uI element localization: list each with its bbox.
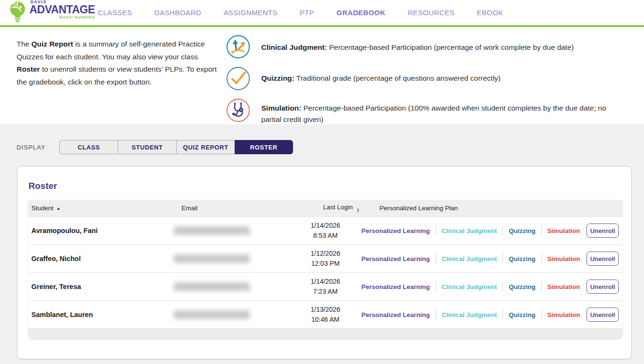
redacted-email (174, 226, 250, 235)
nav-dashboard[interactable]: DASHBOARD (154, 9, 201, 17)
roster-card: Roster Student▲ Email Last Login▲▼ Perso… (17, 166, 632, 359)
quizzing-link[interactable]: Quizzing (509, 283, 535, 290)
legend-clinical-judgment: Clinical Judgment: Percentage-based Part… (226, 35, 618, 59)
quizzing-link[interactable]: Quizzing (509, 227, 535, 234)
student-name: Greiner, Teresa (28, 283, 170, 290)
grade-type-legend: Clinical Judgment: Percentage-based Part… (226, 35, 618, 124)
last-login-time: 8:53 AM (289, 231, 361, 241)
last-login-time: 7:23 AM (289, 287, 361, 297)
simulation-link[interactable]: Simulation (548, 283, 580, 290)
table-row: Graffeo, Nichol 1/12/2026 12:03 PM Perso… (28, 244, 623, 272)
last-login-cell: 1/12/2026 12:03 PM (289, 249, 361, 269)
clinical-judgment-link[interactable]: Clinical Judgment (442, 283, 497, 290)
simulation-icon (226, 98, 250, 122)
plp-links-cell: Personalized Learning Clinical Judgment … (361, 253, 580, 264)
plp-links-cell: Personalized Learning Clinical Judgment … (361, 309, 580, 320)
redacted-email (174, 254, 250, 263)
divider (541, 309, 542, 320)
display-selector: DISPLAY CLASS STUDENT QUIZ REPORT ROSTER (17, 140, 644, 154)
last-login-time: 12:03 PM (289, 259, 361, 269)
redacted-email (174, 310, 250, 319)
student-email-cell (170, 226, 290, 235)
action-cell: Unenroll (580, 280, 619, 294)
logo-basic-nursing-text: BASIC NURSING (29, 16, 95, 19)
unenroll-button[interactable]: Unenroll (587, 280, 619, 294)
divider (436, 309, 436, 320)
davis-advantage-logo[interactable]: DAVIS ADVANTAGE BASIC NURSING (7, 0, 78, 26)
quizzing-link[interactable]: Quizzing (509, 311, 535, 318)
column-header-student[interactable]: Student▲ (28, 205, 178, 212)
clinical-judgment-link[interactable]: Clinical Judgment (442, 311, 497, 318)
divider (502, 281, 503, 292)
tab-quiz-report[interactable]: QUIZ REPORT (176, 140, 235, 154)
student-email-cell (170, 254, 290, 263)
column-header-email: Email (178, 205, 303, 212)
legend-clinical-judgment-text: Clinical Judgment: Percentage-based Part… (261, 42, 574, 53)
display-tab-group: CLASS STUDENT QUIZ REPORT ROSTER (59, 140, 293, 154)
last-login-date: 1/14/2026 (289, 221, 361, 231)
personalized-learning-link[interactable]: Personalized Learning (361, 283, 430, 290)
action-cell: Unenroll (580, 224, 619, 238)
nav-resources[interactable]: RESOURCES (407, 9, 455, 17)
column-header-plp: Personalized Learning Plan (379, 205, 578, 212)
divider (541, 281, 542, 292)
simulation-link[interactable]: Simulation (548, 255, 580, 262)
roster-table: Student▲ Email Last Login▲▼ Personalized… (28, 200, 623, 338)
clinical-judgment-icon (226, 35, 250, 59)
column-header-last-login[interactable]: Last Login▲▼ (303, 204, 379, 213)
last-login-date: 1/14/2026 (289, 277, 361, 287)
plp-links-cell: Personalized Learning Clinical Judgment … (361, 281, 580, 292)
roster-title: Roster (28, 181, 622, 191)
legend-simulation-text: Simulation: Percentage-based Participati… (261, 103, 618, 125)
lightbulb-puzzle-logo-icon (7, 0, 28, 26)
action-cell: Unenroll (580, 308, 619, 322)
last-login-cell: 1/14/2026 8:53 AM (289, 221, 361, 241)
logo-advantage-text: ADVANTAGE (29, 4, 95, 15)
clinical-judgment-link[interactable]: Clinical Judgment (442, 255, 497, 262)
nav-classes[interactable]: CLASSES (98, 9, 132, 17)
tab-roster[interactable]: ROSTER (235, 140, 293, 154)
table-row: Greiner, Teresa 1/14/2026 7:23 AM Person… (28, 272, 623, 300)
student-name: Samblanet, Lauren (28, 311, 170, 318)
personalized-learning-link[interactable]: Personalized Learning (361, 255, 430, 262)
student-name: Graffeo, Nichol (28, 255, 170, 262)
legend-simulation: Simulation: Percentage-based Participati… (226, 98, 618, 125)
personalized-learning-link[interactable]: Personalized Learning (361, 311, 430, 318)
student-email-cell (170, 310, 290, 319)
table-row: Samblanet, Lauren 1/13/2026 10:46 AM Per… (28, 300, 623, 328)
tab-class[interactable]: CLASS (59, 140, 118, 154)
divider (502, 253, 503, 264)
tab-student[interactable]: STUDENT (118, 140, 176, 154)
quizzing-link[interactable]: Quizzing (509, 255, 535, 262)
table-row: Avramopoulou, Fani 1/14/2026 8:53 AM Per… (28, 216, 623, 244)
last-login-date: 1/13/2026 (289, 305, 361, 315)
legend-quizzing: Quizzing: Traditional grade (percentage … (226, 66, 618, 91)
nav-gradebook[interactable]: GRADEBOOK (337, 9, 386, 17)
student-name: Avramopoulou, Fani (28, 227, 170, 234)
quizzing-icon (226, 66, 250, 91)
divider (436, 253, 436, 264)
last-login-date: 1/12/2026 (289, 249, 361, 259)
clinical-judgment-link[interactable]: Clinical Judgment (442, 227, 497, 234)
nav-ebook[interactable]: EBOOK (477, 9, 503, 17)
plp-links-cell: Personalized Learning Clinical Judgment … (361, 225, 580, 236)
logo-wordmark: DAVIS ADVANTAGE BASIC NURSING (29, 0, 95, 19)
sort-both-icon: ▲▼ (356, 208, 360, 213)
nav-assignments[interactable]: ASSIGNMENTS (224, 9, 278, 17)
quiz-report-description: The Quiz Report is a summary of self-gen… (17, 38, 219, 124)
roster-table-body: Avramopoulou, Fani 1/14/2026 8:53 AM Per… (28, 216, 623, 328)
last-login-time: 10:46 AM (289, 315, 361, 325)
roster-table-footer (28, 328, 623, 338)
unenroll-button[interactable]: Unenroll (587, 252, 619, 266)
simulation-link[interactable]: Simulation (548, 311, 580, 318)
divider (502, 225, 503, 236)
nav-ptp[interactable]: PTP (300, 9, 314, 17)
intro-section: The Quiz Report is a summary of self-gen… (0, 27, 644, 124)
divider (541, 225, 542, 236)
unenroll-button[interactable]: Unenroll (587, 224, 619, 238)
divider (541, 253, 542, 264)
personalized-learning-link[interactable]: Personalized Learning (361, 227, 430, 234)
roster-table-header: Student▲ Email Last Login▲▼ Personalized… (28, 200, 623, 216)
unenroll-button[interactable]: Unenroll (587, 308, 619, 322)
simulation-link[interactable]: Simulation (548, 227, 580, 234)
